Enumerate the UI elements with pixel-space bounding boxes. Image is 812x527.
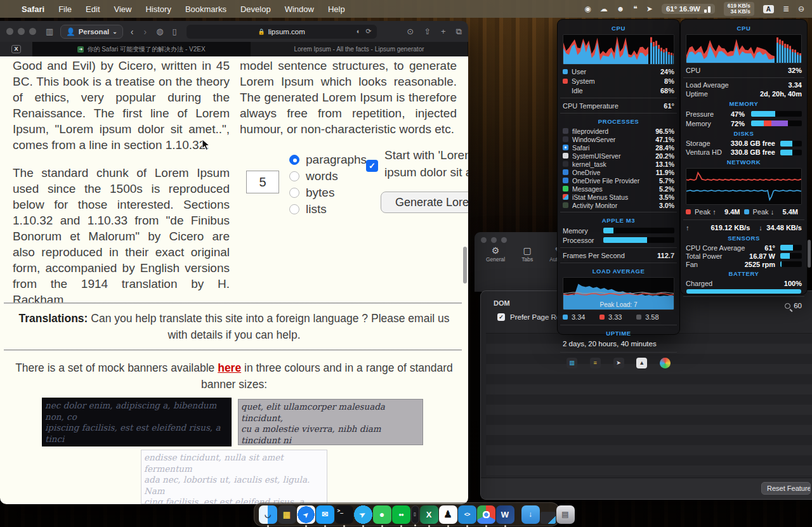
dock-downloads-folder[interactable]: ↓ <box>521 505 540 524</box>
menubars-icon[interactable]: ≡ <box>590 358 601 368</box>
process-row: OneDrive File Provider5.7% <box>563 176 674 185</box>
menu-window[interactable]: Window <box>285 4 314 14</box>
sidebar-icon[interactable]: ▥ <box>44 27 55 36</box>
menu-view[interactable]: View <box>114 4 132 14</box>
menu-help[interactable]: Help <box>328 4 345 14</box>
istat-icon[interactable]: ▥ <box>566 358 577 368</box>
settings-tab-general[interactable]: ⚙ General <box>486 245 505 263</box>
running-dot <box>414 524 416 526</box>
tab-overview-icon[interactable]: ⧉ <box>456 27 462 37</box>
tab-lipsum[interactable]: Lorem Ipsum - All the facts - Lipsum gen… <box>251 42 468 56</box>
radio-lists[interactable]: lists <box>289 201 367 218</box>
dock-finder[interactable]: ◡ <box>259 505 277 524</box>
extension-circle-icon[interactable]: ◍ <box>154 27 165 36</box>
menu-safari[interactable]: Safari <box>22 4 44 14</box>
dock-wechat[interactable]: ●● <box>392 505 410 524</box>
process-row: Activity Monitor3.0% <box>563 201 674 209</box>
menu-bookmarks[interactable]: Bookmarks <box>185 4 226 14</box>
reset-feature-flags-button[interactable]: Reset Feature F <box>761 482 811 495</box>
disks-section-header: DISKS <box>686 128 802 139</box>
address-bar[interactable]: 🔒 lipsum.com ◐ ⟳ <box>187 25 377 39</box>
ghost-icon[interactable]: ☻ <box>617 4 625 13</box>
system-swatch-icon <box>563 79 568 84</box>
menu-develop[interactable]: Develop <box>240 4 271 14</box>
network-graph <box>686 168 802 205</box>
shield-icon[interactable]: ◐ <box>357 27 361 36</box>
cpu-minibar-icon <box>704 5 710 13</box>
new-tab-icon[interactable]: + <box>441 27 446 37</box>
flag-checkbox[interactable]: ✓ <box>497 313 505 321</box>
input-source-menu[interactable]: A <box>763 5 774 13</box>
tab-favicon: ➜ <box>77 46 84 53</box>
radio-button-icon <box>289 204 299 214</box>
here-link[interactable]: here <box>218 361 241 374</box>
flags-scrollbar[interactable] <box>808 240 811 268</box>
cloud-icon[interactable]: ☁ <box>600 4 608 13</box>
istat-temp-power-widget[interactable]: 61° 16.9W <box>662 4 715 14</box>
radio-bytes[interactable]: bytes <box>289 185 367 201</box>
record-circle-icon[interactable]: ◉ <box>584 4 591 13</box>
dock-telegram[interactable]: ➤ <box>354 505 372 524</box>
menu-file[interactable]: File <box>58 4 72 14</box>
checkbox-label: Start with 'Lorem ipsum dolor sit a <box>384 146 468 181</box>
dock-mail[interactable]: ✉ <box>316 505 334 524</box>
dock-launchpad[interactable]: ▦ <box>278 505 296 524</box>
do-not-disturb-icon[interactable]: ⊖ <box>798 4 804 13</box>
radio-paragraphs[interactable]: paragraphs <box>289 152 367 168</box>
safari-window: ▥ 👤 Personal ⌄ ‹ › ◍ ▯ 🔒 lipsum.com ◐ ⟳ … <box>0 21 468 504</box>
istat-footer-icons: ▥ ≡ ➤ ▲ ● <box>563 355 674 368</box>
dock-minimized-window[interactable] <box>540 512 556 524</box>
chat-bubbles-icon[interactable]: ❝ <box>633 4 637 13</box>
menu-history[interactable]: History <box>145 4 171 14</box>
dock-terminal[interactable]: >_ <box>335 505 353 524</box>
dock-safari[interactable]: ➤ <box>297 505 315 524</box>
tab-v2ex[interactable]: ➜ 你的 Safari 可能变慢了的解决办法 - V2EX <box>33 42 251 56</box>
dock-green-app[interactable]: ● <box>373 505 391 524</box>
dock-chrome[interactable] <box>477 505 495 524</box>
paragraph: Good and Evil) by Cicero, written in 45 … <box>13 58 230 153</box>
share-icon[interactable]: ⇧ <box>424 27 431 37</box>
dock-vscode[interactable]: <> <box>458 505 476 524</box>
dock-word[interactable]: W <box>496 505 514 524</box>
divider <box>4 303 462 304</box>
running-dot <box>504 525 506 527</box>
sensor-row: CPU Core Average 61° <box>686 244 802 252</box>
pressure-row: Pressure 47% <box>686 109 802 119</box>
disk-stack-icon[interactable]: ≣ <box>783 4 789 13</box>
back-button[interactable]: ‹ <box>131 27 134 37</box>
count-input[interactable]: 5 <box>246 171 279 193</box>
process-icon <box>563 178 568 183</box>
pinned-tab-x[interactable]: X <box>0 42 33 56</box>
istat-network-widget[interactable]: 619 KB/s 34 KB/s <box>724 2 754 16</box>
running-dot <box>324 525 326 527</box>
search-row[interactable]: 60 <box>686 299 802 309</box>
app-icon[interactable]: ▲ <box>636 358 647 368</box>
radio-words[interactable]: words <box>289 168 367 185</box>
dock-excel[interactable]: X <box>420 505 438 524</box>
generate-button[interactable]: Generate Lore <box>381 192 468 213</box>
reload-icon[interactable]: ⟳ <box>365 27 371 36</box>
extension-page-icon[interactable]: ▯ <box>170 27 178 36</box>
cpu-graph <box>686 34 802 63</box>
chip-memory-bar <box>603 228 674 233</box>
cursor-icon[interactable]: ➤ <box>613 358 624 368</box>
forward-button[interactable]: › <box>143 27 147 37</box>
url-text: lipsum.com <box>268 28 305 36</box>
dock-iphone-mirroring[interactable]: ▯ <box>411 505 419 524</box>
profile-label: Personal <box>79 28 110 36</box>
safari-traffic-lights[interactable] <box>6 28 36 35</box>
location-icon[interactable]: ➤ <box>646 4 653 13</box>
flags-table[interactable] <box>486 333 812 476</box>
start-with-lorem-checkbox[interactable]: ✓ <box>366 160 378 172</box>
gauge-icon[interactable]: ● <box>660 358 671 368</box>
downloads-icon[interactable]: ⊙ <box>407 27 414 37</box>
menu-edit[interactable]: Edit <box>86 4 100 14</box>
page-scrollbar[interactable] <box>463 247 467 283</box>
dock-trash[interactable]: ▤ <box>556 505 575 524</box>
profile-button[interactable]: 👤 Personal ⌄ <box>60 25 122 39</box>
settings-tab-tabs[interactable]: ▢ Tabs <box>521 245 533 263</box>
network-rates-row: ↑ 619.12 KB/s ↓ 34.48 KB/s <box>686 223 802 233</box>
load-average-row: Load Average3.34 <box>686 81 802 89</box>
dock-qq[interactable]: ♟ <box>439 505 457 524</box>
process-row: SystemUIServer20.2% <box>563 152 674 160</box>
